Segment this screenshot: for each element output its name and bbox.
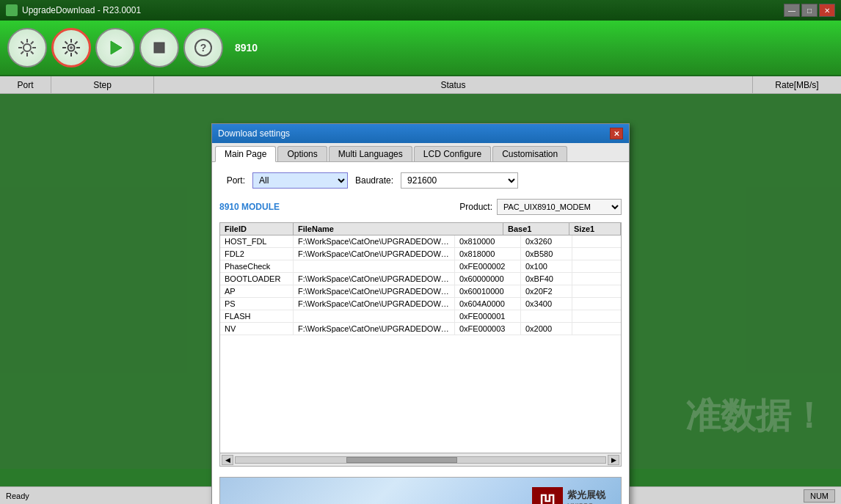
- settings-button-1[interactable]: [7, 28, 47, 67]
- th-base1: Base1: [503, 223, 569, 235]
- cell-size1: 0x20F2: [521, 285, 572, 297]
- scroll-track[interactable]: [235, 456, 606, 464]
- gear-icon-1: [17, 37, 37, 58]
- horizontal-scrollbar[interactable]: ◀ ▶: [220, 453, 621, 466]
- svg-line-5: [21, 42, 24, 45]
- col-header-port: Port: [0, 76, 51, 93]
- help-button[interactable]: ?: [183, 28, 223, 67]
- dialog-body: Port: All Baudrate: 921600 460800 115200…: [212, 162, 629, 504]
- port-label: Port:: [219, 175, 245, 186]
- close-button[interactable]: ✕: [819, 4, 835, 17]
- settings-button-2[interactable]: [51, 28, 91, 67]
- file-table-header: FileID FileName Base1 Size1: [220, 223, 621, 235]
- window-controls: — □ ✕: [784, 4, 835, 17]
- svg-point-18: [70, 46, 73, 49]
- toolbar: ? 8910: [0, 21, 841, 76]
- tab-options[interactable]: Options: [277, 146, 327, 161]
- baudrate-select[interactable]: 921600 460800 115200: [401, 172, 518, 189]
- tab-main-page[interactable]: Main Page: [215, 146, 276, 162]
- scroll-left-arrow[interactable]: ◀: [222, 455, 233, 465]
- cell-base1: 0x810000: [455, 235, 521, 247]
- help-icon: ?: [193, 37, 214, 58]
- module-section: 8910 MODULE Product: PAC_UIX8910_MODEM: [219, 197, 622, 216]
- cell-size1: 0xBF40: [521, 273, 572, 285]
- baudrate-label: Baudrate:: [355, 175, 393, 186]
- product-row: Product: PAC_UIX8910_MODEM: [459, 199, 622, 215]
- tab-multi-languages[interactable]: Multi Languages: [329, 146, 412, 161]
- cell-filename: F:\WorkSpace\CatOne\UPGRADEDOWNLOA...: [294, 323, 455, 335]
- modal-overlay: Download settings ✕ Main Page Options Mu…: [0, 94, 841, 469]
- cell-filename: F:\WorkSpace\CatOne\UPGRADEDOWNLOA...: [294, 273, 455, 285]
- svg-line-6: [31, 51, 34, 54]
- th-filename: FileName: [294, 223, 503, 235]
- svg-rect-20: [154, 43, 164, 53]
- cell-fileid: PS: [220, 298, 294, 310]
- svg-line-15: [75, 51, 78, 54]
- cell-base1: 0xFE000002: [455, 260, 521, 272]
- column-headers: Port Step Status Rate[MB/s]: [0, 76, 841, 94]
- scroll-thumb[interactable]: [346, 457, 457, 463]
- cell-fileid: AP: [220, 285, 294, 297]
- table-row[interactable]: PhaseCheck 0xFE000002 0x100: [220, 260, 621, 273]
- dialog-close-button[interactable]: ✕: [610, 128, 623, 139]
- cell-filename: F:\WorkSpace\CatOne\UPGRADEDOWNLOA...: [294, 248, 455, 260]
- svg-line-7: [31, 42, 34, 45]
- table-row[interactable]: BOOTLOADER F:\WorkSpace\CatOne\UPGRADEDO…: [220, 273, 621, 285]
- table-row[interactable]: NV F:\WorkSpace\CatOne\UPGRADEDOWNLOA...…: [220, 323, 621, 335]
- dialog-title-bar: Download settings ✕: [212, 124, 629, 143]
- product-select[interactable]: PAC_UIX8910_MODEM: [497, 199, 622, 215]
- svg-marker-19: [111, 41, 122, 54]
- table-row[interactable]: HOST_FDL F:\WorkSpace\CatOne\UPGRADEDOWN…: [220, 235, 621, 248]
- banner-icon: 凹: [532, 487, 563, 504]
- svg-line-14: [65, 42, 68, 45]
- svg-line-8: [21, 51, 24, 54]
- cell-filename: F:\WorkSpace\CatOne\UPGRADEDOWNLOA...: [294, 285, 455, 297]
- cell-filename: F:\WorkSpace\CatOne\UPGRADEDOWNLOA...: [294, 298, 455, 310]
- module-label: 8910 MODULE: [219, 202, 280, 212]
- table-row[interactable]: AP F:\WorkSpace\CatOne\UPGRADEDOWNLOA...…: [220, 285, 621, 298]
- cell-base1: 0x818000: [455, 248, 521, 260]
- product-label: Product:: [459, 202, 492, 212]
- num-indicator: NUM: [804, 489, 835, 503]
- cell-size1: 0x3260: [521, 235, 572, 247]
- minimize-button[interactable]: —: [784, 4, 800, 17]
- cell-size1: 0x100: [521, 260, 572, 272]
- cell-size1: [521, 310, 572, 322]
- svg-text:?: ?: [200, 42, 207, 54]
- cell-size1: 0x3400: [521, 298, 572, 310]
- table-row[interactable]: FLASH 0xFE000001: [220, 310, 621, 323]
- scroll-right-arrow[interactable]: ▶: [608, 455, 619, 465]
- cell-size1: 0xB580: [521, 248, 572, 260]
- cell-filename: [294, 260, 455, 272]
- cell-base1: 0xFE000001: [455, 310, 521, 322]
- maximize-button[interactable]: □: [801, 4, 818, 17]
- banner-logo: 凹 紫光展锐 UNISOCSPREADTRUM: [532, 487, 614, 504]
- cell-filename: F:\WorkSpace\CatOne\UPGRADEDOWNLOA...: [294, 235, 455, 247]
- banner: 凹 紫光展锐 UNISOCSPREADTRUM: [219, 477, 622, 504]
- cell-base1: 0x60010000: [455, 285, 521, 297]
- port-baudrate-row: Port: All Baudrate: 921600 460800 115200: [219, 169, 622, 191]
- cell-base1: 0x604A0000: [455, 298, 521, 310]
- svg-line-16: [75, 42, 78, 45]
- tab-lcd-configure[interactable]: LCD Configure: [414, 146, 491, 161]
- table-row[interactable]: PS F:\WorkSpace\CatOne\UPGRADEDOWNLOA...…: [220, 298, 621, 310]
- stop-button[interactable]: [139, 28, 179, 67]
- cell-size1: 0x2000: [521, 323, 572, 335]
- tab-customisation[interactable]: Customisation: [492, 146, 567, 161]
- col-header-step: Step: [51, 76, 154, 93]
- banner-logo-text: 紫光展锐: [567, 489, 614, 502]
- app-title: UpgradeDownload - R23.0001: [22, 5, 784, 15]
- toolbar-text: 8910: [235, 42, 258, 54]
- port-select[interactable]: All: [252, 172, 348, 189]
- cell-base1: 0xFE000003: [455, 323, 521, 335]
- banner-text-group: 紫光展锐 UNISOCSPREADTRUM: [567, 489, 614, 504]
- table-row[interactable]: FDL2 F:\WorkSpace\CatOne\UPGRADEDOWNLOA.…: [220, 248, 621, 260]
- cell-filename: [294, 310, 455, 322]
- tab-bar: Main Page Options Multi Languages LCD Co…: [212, 143, 629, 162]
- gear-icon-2: [61, 37, 81, 58]
- th-size1: Size1: [569, 223, 621, 235]
- cell-base1: 0x60000000: [455, 273, 521, 285]
- file-table: FileID FileName Base1 Size1 HOST_FDL F:\…: [219, 222, 622, 467]
- cell-fileid: PhaseCheck: [220, 260, 294, 272]
- play-button[interactable]: [95, 28, 135, 67]
